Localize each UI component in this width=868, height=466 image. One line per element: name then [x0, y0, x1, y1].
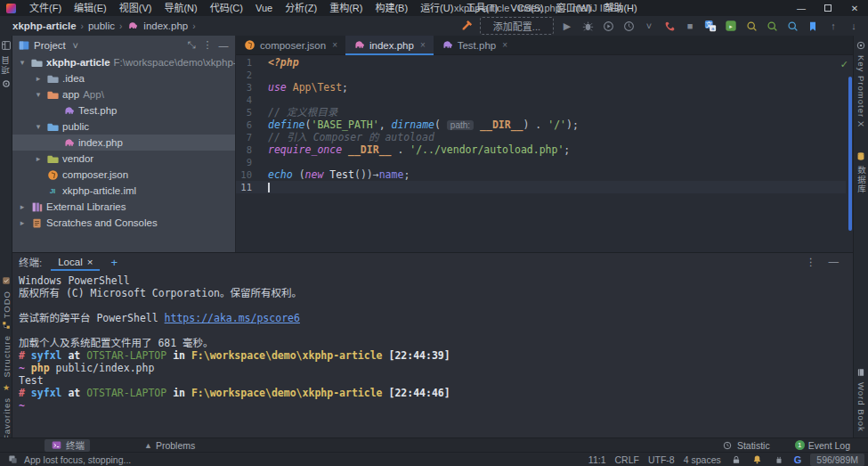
menu-item[interactable]: 视图(V) — [113, 3, 158, 13]
editor-tab-composer-json[interactable]: composer.json× — [236, 36, 345, 54]
minimize-window-button[interactable]: — — [788, 0, 815, 16]
terminal-output[interactable]: Windows PowerShell版权所有 (C) Microsoft Cor… — [12, 271, 853, 412]
menu-item[interactable]: 代码(C) — [204, 3, 249, 13]
tree-item-xkphp-article-iml[interactable]: JIxkphp-article.iml — [12, 183, 235, 199]
favorites-stripe-button[interactable]: ★ Favorites — [0, 381, 12, 440]
menu-item[interactable]: Vue — [249, 3, 279, 13]
terminal-tab-local[interactable]: Local × — [49, 253, 101, 271]
code-line[interactable]: 7// 引入 Composer 的 autoload — [236, 131, 846, 143]
notifications-bell-icon[interactable] — [751, 454, 764, 466]
tree-item-app[interactable]: ▾app App\ — [12, 86, 235, 102]
navigate-down-icon[interactable]: ↓ — [847, 19, 861, 33]
structure-stripe-button[interactable]: Structure — [0, 319, 12, 378]
breadcrumb-project[interactable]: xkphp-article — [12, 20, 77, 31]
navigate-up-icon[interactable]: ↑ — [826, 19, 840, 33]
tree-item-vendor[interactable]: ▸vendor — [12, 151, 235, 167]
key-promoter-stripe-button[interactable]: Key Promoter X — [854, 39, 868, 127]
terminal-link[interactable]: https://aka.ms/pscore6 — [165, 312, 300, 324]
bookmark-icon[interactable] — [806, 19, 820, 33]
minimize-panel-icon[interactable]: — — [829, 256, 840, 268]
close-window-button[interactable]: ✕ — [841, 0, 868, 16]
menu-item[interactable]: 构建(B) — [369, 3, 414, 13]
tree-item-public[interactable]: ▾public — [12, 119, 235, 135]
code-editor[interactable]: 1<?php23use App\Test;45// 定义根目录6define('… — [236, 56, 846, 193]
editor-tab-index-php[interactable]: index.php× — [345, 36, 434, 54]
code-line[interactable]: 1<?php — [236, 56, 846, 69]
collapse-all-icon[interactable]: ⤡ — [185, 39, 198, 51]
encoding-indicator[interactable]: UTF-8 — [648, 454, 675, 465]
statistic-toolwindow-button[interactable]: Statistic — [716, 439, 775, 452]
editor-scrollbar[interactable] — [848, 77, 852, 231]
run-configuration-select[interactable]: 添加配置... — [480, 17, 554, 35]
tree-item-external-libraries[interactable]: ▸External Libraries — [12, 199, 235, 215]
indent-indicator[interactable]: 4 spaces — [684, 454, 721, 465]
stop-icon[interactable]: ■ — [683, 19, 697, 33]
kebab-menu-icon[interactable]: ⋮ — [201, 39, 214, 51]
plugin-status-icon[interactable] — [773, 454, 785, 466]
tree-item-xkphp-article[interactable]: ▾xkphp-article F:\workspace\demo\xkphp-a… — [12, 54, 235, 70]
kebab-menu-icon[interactable]: ⋮ — [806, 256, 816, 268]
hide-panel-icon[interactable]: — — [217, 40, 230, 51]
line-ending-indicator[interactable]: CRLF — [615, 454, 639, 465]
code-line[interactable]: 11 — [236, 181, 846, 193]
code-line[interactable]: 2 — [236, 69, 846, 81]
code-line[interactable]: 3use App\Test; — [236, 81, 846, 94]
tree-item-test-php[interactable]: Test.php — [12, 102, 235, 119]
code-line[interactable]: 4 — [236, 94, 846, 106]
close-icon[interactable]: × — [332, 40, 337, 50]
chevron-down-icon[interactable]: ˅ — [642, 19, 656, 33]
code-line[interactable]: 10echo (new Test())→name; — [236, 168, 846, 181]
run-anything-icon[interactable]: ▸ — [724, 19, 738, 33]
new-terminal-session-button[interactable]: + — [101, 256, 126, 269]
code-line[interactable]: 6define('BASE_PATH', dirname( path: __DI… — [236, 119, 846, 131]
project-panel-title[interactable]: Project — [34, 40, 66, 51]
lock-icon[interactable] — [730, 454, 742, 466]
menu-item[interactable]: 分析(Z) — [279, 3, 323, 13]
run-with-coverage-icon[interactable] — [601, 19, 615, 33]
search-replace-icon[interactable] — [765, 19, 779, 33]
database-stripe-button[interactable]: 数据库 — [854, 150, 868, 194]
code-line[interactable]: 8require_once __DIR__ . '/../vendor/auto… — [236, 143, 846, 156]
google-translate-icon[interactable]: G — [794, 454, 802, 465]
close-icon[interactable]: × — [87, 257, 93, 267]
caret-position[interactable]: 11:1 — [588, 454, 606, 465]
code-line[interactable]: 5// 定义根目录 — [236, 106, 846, 119]
search-everywhere-icon[interactable] — [744, 19, 758, 33]
memory-indicator[interactable]: 596/989M — [810, 454, 864, 466]
word-book-stripe-button[interactable]: Word Book — [854, 366, 868, 432]
tool-windows-toggle-icon[interactable] — [6, 454, 19, 466]
maximize-window-button[interactable] — [815, 0, 841, 16]
find-in-path-icon[interactable] — [785, 19, 799, 33]
breadcrumb-dir[interactable]: public — [88, 20, 115, 31]
breadcrumb-file[interactable]: index.php — [143, 20, 188, 31]
translate-icon[interactable]: 文a — [703, 19, 718, 33]
menu-item[interactable]: 编辑(E) — [68, 3, 113, 13]
run-icon[interactable]: ▶ — [560, 19, 574, 33]
close-icon[interactable]: × — [502, 40, 507, 50]
tree-chevron-icon[interactable]: ▸ — [34, 74, 43, 83]
attach-to-process-phone-icon[interactable] — [662, 19, 677, 33]
build-hammer-icon[interactable] — [459, 19, 474, 33]
editor-tab-test-php[interactable]: Test.php× — [434, 36, 515, 54]
menu-item[interactable]: 导航(N) — [158, 3, 203, 13]
terminal-toolwindow-button[interactable]: 终端 — [45, 439, 90, 452]
close-icon[interactable]: × — [420, 40, 426, 50]
tree-item-composer-json[interactable]: composer.json — [12, 167, 235, 183]
tree-item-scratches-and-consoles[interactable]: ▸Scratches and Consoles — [12, 215, 235, 231]
tree-chevron-icon[interactable]: ▸ — [34, 154, 43, 163]
code-line[interactable]: 9 — [236, 156, 846, 168]
tree-chevron-icon[interactable]: ▸ — [18, 202, 27, 211]
tree-item--idea[interactable]: ▸.idea — [12, 70, 235, 86]
todo-stripe-button[interactable]: TODO — [0, 274, 12, 318]
tree-chevron-icon[interactable]: ▾ — [34, 122, 43, 131]
tree-chevron-icon[interactable]: ▾ — [34, 90, 43, 99]
debug-bug-icon[interactable] — [580, 19, 595, 33]
menu-item[interactable]: 文件(F) — [23, 3, 68, 13]
menu-item[interactable]: 运行(U) — [414, 3, 459, 13]
menu-item[interactable]: 重构(R) — [323, 3, 369, 13]
inspections-ok-icon[interactable]: ✓ — [840, 59, 848, 70]
tree-chevron-icon[interactable]: ▾ — [18, 58, 27, 67]
project-stripe-button[interactable]: 项目 — [0, 39, 12, 90]
tree-chevron-icon[interactable]: ▸ — [18, 218, 27, 227]
problems-toolwindow-button[interactable]: ▲ Problems — [139, 439, 200, 452]
